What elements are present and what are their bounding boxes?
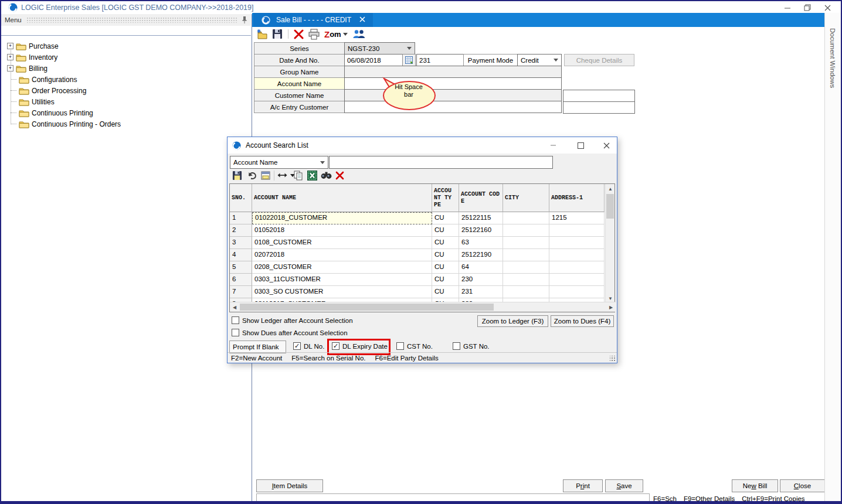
print-icon[interactable] <box>308 29 320 40</box>
minimize-button[interactable] <box>778 2 797 13</box>
bill-no-field[interactable]: 231 <box>416 54 464 66</box>
search-input[interactable] <box>329 156 553 169</box>
sidebar-item-inventory[interactable]: + Inventory <box>4 52 249 63</box>
restore-button[interactable] <box>797 2 817 13</box>
column-fit-icon[interactable] <box>277 172 295 179</box>
copy-icon[interactable] <box>294 171 303 181</box>
table-row[interactable]: 4 02072018 CU 25122190 <box>230 249 605 261</box>
sidebar-item-continuous-printing-orders[interactable]: Continuous Printing - Orders <box>4 118 249 130</box>
scroll-up-icon[interactable]: ▲ <box>606 184 615 193</box>
item-details-button[interactable]: Item Details <box>256 479 323 492</box>
horizontal-scroll-thumb[interactable] <box>240 304 494 311</box>
column-header-city[interactable]: CITY <box>503 184 549 212</box>
document-windows-label: Document Windows <box>829 28 836 88</box>
zoom-menu-button[interactable]: Zom <box>324 29 348 39</box>
series-label: Series <box>254 42 345 55</box>
pin-icon[interactable] <box>242 16 247 24</box>
folder-icon <box>16 42 26 50</box>
expand-icon[interactable]: + <box>7 54 13 60</box>
save-button[interactable]: Save <box>605 479 643 492</box>
party-details-icon[interactable] <box>352 29 366 39</box>
sidebar-item-billing[interactable]: + Billing <box>4 63 249 74</box>
app-title: LOGIC Enterprise Sales [LOGIC GST DEMO C… <box>21 4 253 12</box>
zoom-to-dues-button[interactable]: Zoom to Dues (F4) <box>551 315 614 327</box>
account-name-field[interactable] <box>344 77 562 90</box>
dl-expiry-checkbox[interactable]: ✓ <box>332 342 339 350</box>
date-field[interactable]: 06/08/2018 <box>344 54 403 66</box>
table-row[interactable]: 7 0303_SO CUSTOMER CU 231 <box>230 286 605 298</box>
gst-no-checkbox[interactable] <box>453 342 460 350</box>
group-name-field[interactable] <box>344 66 562 78</box>
expand-icon[interactable]: + <box>7 43 13 49</box>
cst-no-checkbox[interactable] <box>396 342 404 350</box>
tab-close-icon[interactable] <box>359 16 365 23</box>
scroll-right-icon[interactable]: ▶ <box>606 302 616 312</box>
grid-settings-icon[interactable] <box>261 171 271 181</box>
cst-no-option[interactable]: CST No. <box>396 342 433 350</box>
new-bill-icon[interactable] <box>256 29 268 40</box>
column-header-sno[interactable]: SNO. <box>230 184 252 212</box>
search-by-combo[interactable]: Account Name <box>230 156 328 169</box>
find-icon[interactable] <box>321 171 332 179</box>
cheque-details-button[interactable]: Cheque Details <box>564 54 634 66</box>
clear-icon[interactable] <box>335 171 344 180</box>
vertical-scroll-thumb[interactable] <box>606 194 614 219</box>
folder-icon <box>19 87 29 95</box>
sidebar-item-purchase[interactable]: + Purchase <box>4 40 249 52</box>
hint-f5: F5=Search on Serial No. <box>291 355 365 362</box>
sidebar-item-utilities[interactable]: Utilities <box>4 96 249 107</box>
table-row[interactable]: 6 0303_11CUSTIOMER CU 230 <box>230 274 605 286</box>
customer-name-field[interactable] <box>344 89 562 101</box>
ac-entry-customer-field[interactable] <box>344 101 562 113</box>
tab-sale-bill[interactable]: Sale Bill - - - - - CREDIT <box>253 13 373 27</box>
delete-icon[interactable] <box>294 29 304 39</box>
gst-no-option[interactable]: GST No. <box>453 342 490 350</box>
show-dues-checkbox[interactable] <box>232 329 239 336</box>
show-dues-option[interactable]: Show Dues after Account Selection <box>232 329 348 336</box>
payment-mode-combo[interactable]: Credit <box>517 54 562 66</box>
cell-account-name: 0108_CUSTOMER <box>252 237 432 249</box>
new-bill-button[interactable]: New Bill <box>732 479 778 492</box>
show-ledger-option[interactable]: Show Ledger after Account Selection <box>232 316 353 324</box>
zoom-to-ledger-button[interactable]: Zoom to Ledger (F3) <box>477 315 548 327</box>
dl-no-option[interactable]: ✓ DL No. <box>293 342 324 350</box>
close-button[interactable]: Close <box>780 479 825 492</box>
print-button[interactable]: Print <box>563 479 603 492</box>
save-icon[interactable] <box>272 29 283 39</box>
close-window-button[interactable] <box>817 2 837 13</box>
horizontal-scrollbar[interactable]: ◀ ▶ <box>230 302 616 312</box>
grid-save-layout-icon[interactable] <box>232 171 242 181</box>
cell-city <box>503 286 549 298</box>
show-ledger-checkbox[interactable] <box>232 316 239 324</box>
table-row[interactable]: 2 01052018 CU 25122160 <box>230 224 605 237</box>
series-combo[interactable]: NGST-230 <box>344 42 415 55</box>
column-header-account-name[interactable]: ACCOUNT NAME <box>252 184 432 212</box>
sidebar-item-order-processing[interactable]: Order Processing <box>4 85 249 96</box>
expand-icon[interactable]: + <box>7 65 13 71</box>
column-header-account-code[interactable]: ACCOUNT CODE <box>459 184 503 212</box>
undo-icon[interactable] <box>247 171 257 180</box>
customer-name-extra-field[interactable] <box>563 90 635 102</box>
dl-no-checkbox[interactable]: ✓ <box>293 342 301 350</box>
table-row[interactable]: 5 0208_CUSTOMER CU 64 <box>230 261 605 274</box>
sidebar-item-continuous-printing[interactable]: Continuous Printing <box>4 107 249 118</box>
sidebar-item-label: Inventory <box>29 53 57 62</box>
calendar-button[interactable] <box>402 54 416 66</box>
dl-expiry-option[interactable]: ✓ DL Expiry Date <box>332 342 388 350</box>
ac-entry-extra-field[interactable] <box>563 101 635 114</box>
cell-account-code: 63 <box>459 237 503 249</box>
export-excel-icon[interactable] <box>307 171 317 181</box>
vertical-scrollbar[interactable]: ▲ ▼ <box>605 184 614 303</box>
scroll-left-icon[interactable]: ◀ <box>230 302 239 312</box>
dialog-maximize-button[interactable] <box>571 137 590 154</box>
column-header-address1[interactable]: ADDRESS-1 <box>549 184 605 212</box>
payment-mode-value: Credit <box>521 57 539 64</box>
column-header-account-type[interactable]: ACCOUNT TYPE <box>432 184 459 212</box>
resize-grip[interactable] <box>610 356 616 362</box>
dialog-close-button[interactable] <box>597 137 616 154</box>
table-row[interactable]: 3 0108_CUSTOMER CU 63 <box>230 237 605 249</box>
document-windows-panel[interactable]: Document Windows <box>824 13 841 501</box>
sidebar-item-configurations[interactable]: Configurations <box>4 74 249 85</box>
table-row[interactable]: 1 01022018_CUSTOMER CU 25122115 1215 <box>230 212 605 224</box>
dialog-minimize-button[interactable] <box>544 137 563 154</box>
